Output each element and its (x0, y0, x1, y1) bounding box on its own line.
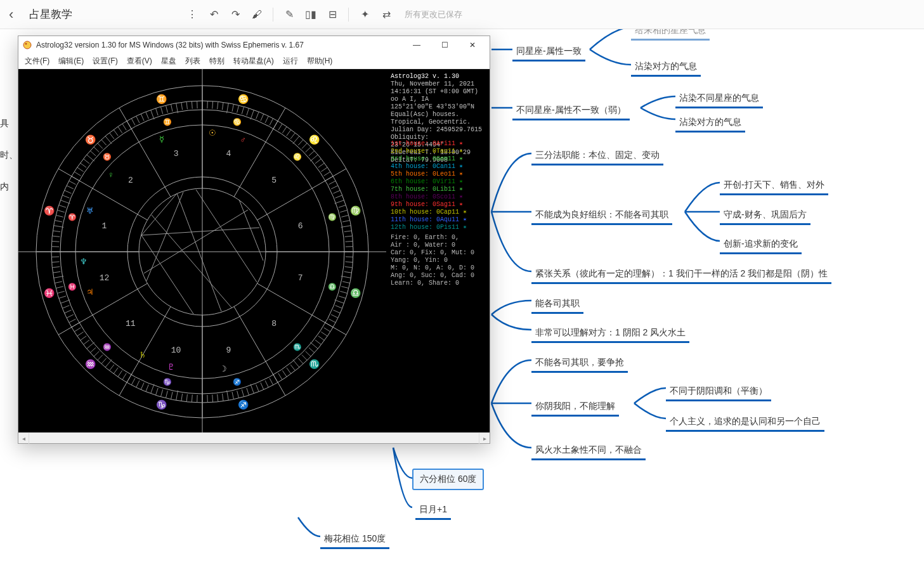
svg-line-21 (335, 195, 342, 198)
svg-line-195 (257, 169, 346, 220)
svg-line-174 (324, 328, 330, 332)
svg-line-91 (59, 205, 66, 207)
node[interactable]: 沾染不同星座的气息 (675, 90, 763, 107)
svg-line-136 (155, 388, 158, 395)
node[interactable]: 能各司其职 (531, 295, 583, 312)
node[interactable]: 同星座-属性一致 (512, 43, 585, 60)
menu-view[interactable]: 查看(V) (123, 55, 156, 68)
node[interactable]: 日月+1 (415, 502, 451, 518)
svg-line-32 (306, 147, 311, 152)
svg-line-134 (146, 385, 148, 392)
node[interactable]: 不同星座-属性不一致（弱） (512, 102, 630, 119)
svg-line-64 (155, 108, 158, 115)
svg-line-72 (118, 127, 122, 133)
svg-text:3: 3 (174, 149, 179, 159)
scroll-left-icon[interactable]: ◂ (18, 433, 29, 444)
menu-edit[interactable]: 编辑(E) (55, 55, 88, 68)
svg-line-12 (345, 241, 353, 242)
node-selected[interactable]: 六分相位 60度 (412, 469, 484, 490)
svg-line-116 (74, 328, 81, 332)
node[interactable]: 你阴我阳，不能理解 (531, 398, 619, 415)
svg-line-250 (144, 210, 248, 273)
svg-line-153 (242, 389, 244, 397)
node[interactable]: 风火水土象性不同，不融合 (531, 442, 646, 458)
magic-icon[interactable]: ✦ (355, 5, 374, 24)
node[interactable]: 创新-追求新的变化 (720, 236, 802, 252)
svg-line-166 (298, 358, 303, 364)
svg-line-16 (342, 221, 350, 222)
node[interactable]: 不同于阴阳调和（平衡） (666, 383, 771, 399)
maximize-button[interactable]: ☐ (431, 37, 458, 53)
menu-file[interactable]: 文件(F) (21, 55, 53, 68)
svg-line-141 (181, 394, 183, 401)
node[interactable]: 紧张关系（彼此有一定的理解）：1 我们干一样的活 2 我们都是阳（阴）性 (531, 266, 831, 282)
svg-line-57 (192, 101, 192, 109)
svg-line-182 (340, 291, 348, 293)
svg-line-119 (83, 340, 89, 344)
svg-text:♊: ♊ (156, 94, 167, 105)
menu-chart[interactable]: 星盘 (157, 55, 180, 68)
panel-icon[interactable]: ▯▮ (301, 5, 320, 24)
svg-line-95 (54, 226, 64, 228)
svg-line-27 (321, 167, 327, 172)
svg-line-49 (232, 104, 233, 112)
redo-icon[interactable]: ↷ (226, 5, 245, 24)
svg-line-35 (293, 136, 299, 144)
sliders-icon[interactable]: ⇄ (377, 5, 396, 24)
scroll-right-icon[interactable]: ▸ (479, 433, 490, 444)
back-icon[interactable]: ‹ (9, 6, 23, 23)
menu-list[interactable]: 列表 (181, 55, 204, 68)
svg-line-77 (98, 143, 103, 149)
svg-line-58 (186, 101, 187, 109)
node[interactable]: 三分法职能：本位、固定、变动 (531, 147, 663, 164)
node[interactable]: 不能各司其职，要争抢 (531, 354, 628, 371)
svg-text:♍: ♍ (328, 212, 337, 221)
svg-line-149 (222, 394, 223, 401)
svg-text:♉: ♉ (103, 152, 112, 161)
window-titlebar[interactable]: Astrolog32 version 1.30 for MS Windows (… (18, 36, 490, 54)
menu-special[interactable]: 特别 (205, 55, 228, 68)
pencil-icon[interactable]: ✎ (280, 5, 299, 24)
svg-line-165 (293, 360, 299, 367)
undo-icon[interactable]: ↶ (204, 5, 223, 24)
node[interactable]: 沾染对方的气息 (675, 114, 745, 131)
svg-line-92 (57, 210, 65, 212)
astrolog-viewport[interactable]: 123456789101112 ♈♈♉♉♊♊♋♋♌♌♍♍♎♎♏♏♐♐♑♑♒♒♓♓… (18, 69, 490, 432)
svg-line-127 (114, 368, 118, 374)
node[interactable]: 梅花相位 150度 (320, 531, 389, 547)
svg-line-33 (302, 143, 307, 149)
svg-line-117 (77, 332, 84, 336)
menu-transit[interactable]: 转动星盘(A) (230, 55, 278, 68)
svg-line-187 (345, 267, 353, 268)
svg-line-69 (131, 119, 135, 126)
svg-line-19 (339, 205, 346, 207)
svg-line-42 (265, 116, 268, 123)
minimize-button[interactable]: — (403, 37, 430, 53)
svg-line-51 (222, 102, 223, 110)
menu-run[interactable]: 运行 (279, 55, 302, 68)
svg-text:♏: ♏ (293, 342, 302, 351)
close-button[interactable]: ✕ (459, 37, 486, 53)
node[interactable]: 不能成为良好组织：不能各司其职 (531, 207, 672, 223)
node[interactable]: 非常可以理解对方：1 阴阳 2 风火水土 (531, 325, 689, 341)
svg-line-13 (345, 236, 353, 237)
node[interactable]: 个人主义，追求的是认同和另一个自己 (666, 413, 824, 430)
more-icon[interactable]: ⋮ (183, 5, 202, 24)
svg-text:♈: ♈ (44, 205, 55, 216)
node[interactable]: 守成-财务、巩固后方 (720, 207, 810, 223)
format-painter-icon[interactable]: 🖌 (247, 5, 266, 24)
menu-help[interactable]: 帮助(H) (303, 55, 337, 68)
svg-line-89 (62, 195, 69, 198)
svg-line-50 (227, 103, 229, 113)
node[interactable]: 开创-打天下、销售、对外 (720, 177, 828, 193)
svg-line-60 (176, 103, 178, 113)
svg-line-167 (302, 355, 307, 361)
layout-icon[interactable]: ⊟ (323, 5, 342, 24)
menu-settings[interactable]: 设置(F) (89, 55, 121, 68)
svg-line-97 (52, 236, 60, 237)
svg-text:♑: ♑ (163, 377, 172, 386)
horizontal-scrollbar[interactable]: ◂ ▸ (18, 432, 490, 443)
svg-text:♒: ♒ (103, 342, 112, 351)
svg-line-24 (329, 181, 336, 185)
node[interactable]: 沾染对方的气息 (631, 58, 701, 75)
